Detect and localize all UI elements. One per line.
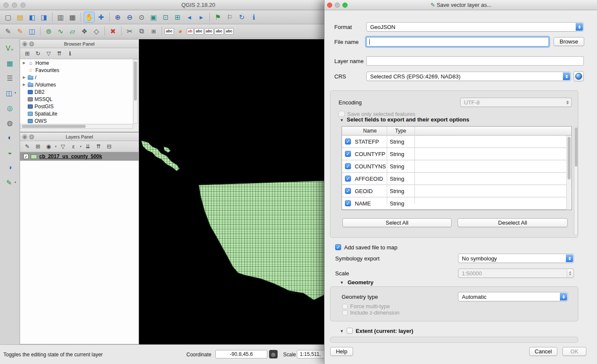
expander-icon[interactable]: ▶ [22, 83, 26, 87]
zoom-native-icon[interactable]: ⊙ [136, 12, 147, 23]
pan-map-icon[interactable]: ✋ [84, 12, 95, 23]
add-group-icon[interactable]: ⊞ [34, 142, 42, 151]
move-feature-icon[interactable]: ❖ [79, 26, 90, 37]
add-saved-file-checkbox[interactable] [335, 244, 341, 250]
field-checkbox[interactable] [345, 163, 351, 169]
add-spatialite-layer-icon[interactable]: ◎ [4, 102, 15, 113]
field-row[interactable]: AFFGEOID String [342, 173, 571, 185]
disclosure-triangle-icon[interactable]: ▼ [340, 118, 344, 122]
dialog-minimize-button[interactable] [335, 3, 340, 8]
collapse-all-icon[interactable]: ⇈ [94, 142, 103, 151]
show-bookmarks-icon[interactable]: ⚐ [224, 12, 235, 23]
cut-features-icon[interactable]: ✂ [124, 26, 135, 37]
filter-legend-icon[interactable]: ▽ [59, 142, 67, 151]
layer-row[interactable]: cb_2017_us_county_500k [20, 152, 139, 161]
add-vector-layer-icon[interactable]: V₊ [4, 43, 15, 54]
disclosure-triangle-icon[interactable]: ▼ [340, 280, 344, 285]
save-project-as-icon[interactable]: ◨ [38, 12, 49, 23]
browser-filter-icon[interactable]: ▽ [44, 49, 53, 58]
browser-item-spatialite[interactable]: SpatiaLite [20, 110, 133, 117]
panel-detach-icon[interactable]: ⊡ [29, 134, 34, 139]
label-ab-red-icon[interactable]: ab [187, 28, 194, 35]
label-abc-icon-2[interactable]: abc [194, 28, 204, 35]
fields-table-header[interactable]: Name Type [342, 127, 571, 136]
paste-features-icon[interactable]: ⧆ [148, 26, 159, 37]
browser-item-ows[interactable]: OWS [20, 117, 133, 124]
label-pie-icon[interactable]: ◕ [175, 26, 186, 37]
panel-close-icon[interactable]: ⊗ [22, 41, 27, 46]
browser-item-mssql[interactable]: MSSQL [20, 95, 133, 103]
browser-item-home[interactable]: ▶ ⌂ Home [20, 59, 133, 66]
browser-collapse-all-icon[interactable]: ⇈ [55, 49, 64, 58]
zoom-full-icon[interactable]: ▣ [148, 12, 159, 23]
layername-input[interactable] [366, 56, 584, 66]
ok-button[interactable]: OK [562, 347, 586, 356]
field-checkbox[interactable] [345, 151, 351, 157]
browser-vertical-scrollbar[interactable] [133, 59, 138, 124]
zoom-next-icon[interactable]: ▸ [196, 12, 207, 23]
format-dropdown[interactable]: GeoJSON [366, 22, 584, 32]
map-canvas[interactable] [139, 39, 324, 344]
zoom-to-selection-icon[interactable]: ⊡ [160, 12, 171, 23]
options-scrollbar[interactable] [574, 126, 578, 235]
browser-item-volumes[interactable]: ▶ /Volumes [20, 81, 133, 88]
qgis-minimize-button[interactable] [12, 3, 17, 8]
new-print-composer-icon[interactable]: ▥ [55, 12, 66, 23]
field-checkbox[interactable] [345, 200, 351, 206]
add-line-feature-icon[interactable]: ∿ [55, 26, 66, 37]
save-project-icon[interactable]: ◧ [26, 12, 38, 23]
copy-features-icon[interactable]: ⧉ [136, 26, 147, 37]
qgis-zoom-button[interactable] [20, 3, 26, 8]
browser-item-favourites[interactable]: ☆ Favourites [20, 66, 133, 74]
cancel-button[interactable]: Cancel [529, 347, 557, 356]
field-row[interactable]: NAME String [342, 197, 571, 210]
add-raster-layer-icon[interactable]: ▦ [4, 58, 15, 69]
pan-to-selection-icon[interactable]: ✚ [96, 12, 107, 23]
field-checkbox[interactable] [345, 188, 351, 194]
browser-add-selected-icon[interactable]: ⊞ [23, 49, 32, 58]
dropdown-caret-icon[interactable]: ▾ [14, 181, 16, 184]
geometry-type-dropdown[interactable]: Automatic [458, 292, 568, 301]
panel-close-icon[interactable]: ⊗ [22, 134, 27, 139]
field-row[interactable]: COUNTYFP String [342, 148, 571, 160]
browse-button[interactable]: Browse [554, 37, 584, 46]
label-abc-icon-5[interactable]: abc [225, 28, 234, 35]
expand-all-icon[interactable]: ⇊ [84, 142, 92, 151]
qgis-close-button[interactable] [3, 3, 9, 8]
add-wfs-layer-icon[interactable]: ◑ [4, 162, 15, 173]
browser-horizontal-scrollbar[interactable] [20, 124, 133, 129]
fields-table-scrollbar[interactable] [566, 136, 571, 210]
browser-item-db2[interactable]: DB2 [20, 88, 133, 95]
dialog-close-button[interactable] [327, 3, 332, 8]
label-abc-icon-4[interactable]: abc [214, 28, 224, 35]
filename-input[interactable] [366, 37, 549, 46]
expander-icon[interactable]: ▶ [22, 61, 26, 65]
deselect-all-button[interactable]: Deselect All [458, 218, 568, 227]
dialog-zoom-button[interactable] [342, 3, 348, 8]
expander-icon[interactable]: ▶ [22, 75, 26, 79]
new-project-icon[interactable]: ▢ [3, 12, 14, 23]
symbology-dropdown[interactable]: No symbology [458, 254, 574, 263]
panel-detach-icon[interactable]: ⊡ [29, 41, 34, 46]
field-row[interactable]: GEOID String [342, 185, 571, 197]
add-polygon-feature-icon[interactable]: ▱ [67, 26, 78, 37]
coordinate-input[interactable]: -90.8,45.6 [215, 350, 267, 358]
label-abc-icon-3[interactable]: abc [205, 28, 214, 35]
add-mssql-layer-icon[interactable]: ◍ [4, 117, 15, 128]
field-checkbox[interactable] [345, 176, 351, 182]
browser-refresh-icon[interactable]: ↻ [34, 49, 42, 58]
dropdown-caret-icon[interactable]: ▾ [80, 145, 82, 148]
new-bookmark-icon[interactable]: ⚑ [212, 12, 223, 23]
field-checkbox[interactable] [345, 139, 351, 144]
expression-filter-icon[interactable]: ε [70, 142, 78, 151]
layer-name[interactable]: cb_2017_us_county_500k [39, 153, 102, 159]
map-refresh-icon[interactable]: ↻ [236, 12, 247, 23]
delete-selected-icon[interactable]: ✖ [107, 26, 119, 37]
help-button[interactable]: Help [330, 347, 353, 356]
field-row[interactable]: COUNTYNS String [342, 160, 571, 173]
zoom-out-icon[interactable]: ⊖ [124, 12, 135, 23]
browser-item-root[interactable]: ▶ / [20, 74, 133, 81]
select-all-button[interactable]: Select All [342, 218, 452, 227]
identify-features-icon[interactable]: ℹ [248, 12, 259, 23]
field-row[interactable]: STATEFP String [342, 136, 571, 148]
